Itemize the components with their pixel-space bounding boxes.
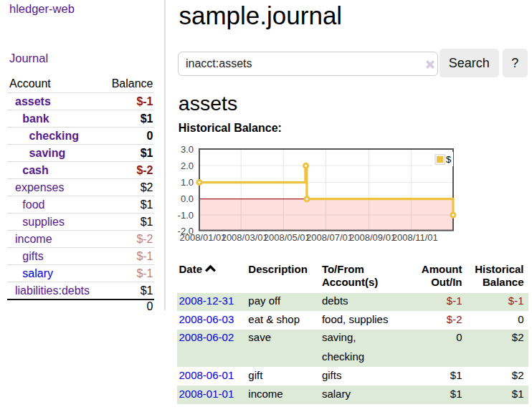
svg-text:2008/11/01: 2008/11/01 bbox=[392, 232, 438, 243]
svg-text:$: $ bbox=[446, 154, 452, 165]
svg-text:3.0: 3.0 bbox=[181, 144, 194, 155]
svg-text:2008/05/01: 2008/05/01 bbox=[264, 232, 310, 243]
svg-text:-1.0: -1.0 bbox=[178, 210, 194, 221]
svg-text:2008/09/01: 2008/09/01 bbox=[349, 232, 396, 243]
svg-text:2008/03/01: 2008/03/01 bbox=[222, 232, 268, 243]
svg-text:2.0: 2.0 bbox=[181, 160, 194, 171]
svg-text:2008/01/01: 2008/01/01 bbox=[179, 232, 226, 243]
svg-text:2008/07/01: 2008/07/01 bbox=[306, 232, 353, 243]
svg-text:1.0: 1.0 bbox=[181, 177, 194, 188]
svg-text:0.0: 0.0 bbox=[181, 193, 194, 204]
